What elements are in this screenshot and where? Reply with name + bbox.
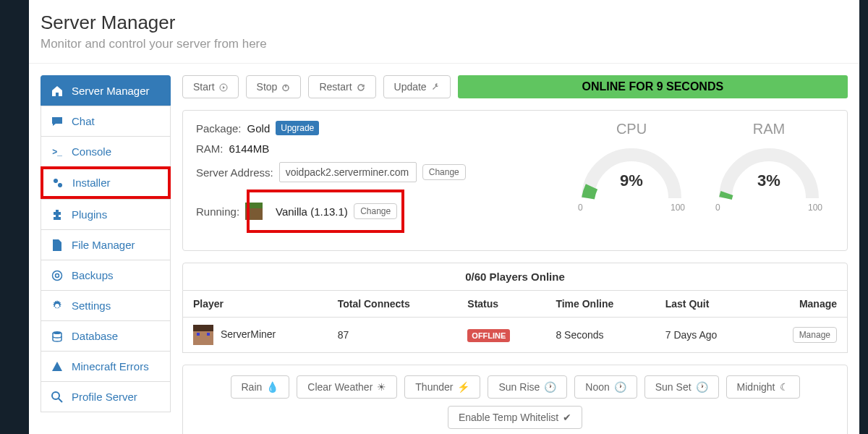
cpu-gauge-title: CPU (566, 121, 697, 137)
restart-label: Restart (319, 81, 352, 93)
player-connects: 87 (328, 318, 458, 353)
address-value[interactable]: voidpack2.serverminer.com (279, 162, 417, 182)
power-icon (281, 81, 290, 93)
plugins-icon (51, 209, 63, 221)
svg-point-4 (53, 331, 61, 334)
table-row: ServerMiner 87 OFFLINE 8 Seconds 7 Days … (183, 318, 848, 353)
start-label: Start (193, 81, 215, 93)
gauge-min: 0 (578, 203, 583, 213)
sidebar-item-minecraft-errors[interactable]: Minecraft Errors (41, 351, 171, 381)
database-icon (51, 331, 63, 342)
gauge-max: 100 (671, 203, 685, 213)
change-version-button[interactable]: Change (354, 203, 397, 219)
cmd-clear-weather[interactable]: Clear Weather ☀ (297, 375, 397, 399)
sidebar-item-label: Server Manager (72, 85, 150, 97)
upgrade-button[interactable]: Upgrade (276, 121, 319, 135)
sidebar-item-label: Settings (72, 299, 111, 312)
sidebar-item-installer[interactable]: Installer (41, 166, 171, 199)
ram-gauge-title: RAM (704, 121, 834, 137)
moon-icon: ☾ (780, 381, 789, 393)
home-icon (51, 85, 63, 97)
running-label: Running: (196, 205, 239, 218)
refresh-icon (357, 81, 365, 93)
sidebar-item-label: Chat (72, 115, 95, 127)
package-label: Package: (196, 122, 242, 135)
address-label: Server Address: (196, 166, 273, 179)
sidebar: Server Manager Chat >_ Console Installer… (41, 75, 171, 434)
cmd-midnight[interactable]: Midnight ☾ (726, 375, 800, 399)
sidebar-item-backups[interactable]: Backups (41, 260, 171, 290)
sidebar-item-label: Plugins (72, 208, 107, 221)
svg-point-2 (53, 271, 62, 280)
update-button[interactable]: Update (383, 75, 451, 98)
ram-label: RAM: (196, 142, 224, 155)
ram-gauge-value: 3% (704, 171, 834, 190)
svg-point-3 (56, 273, 59, 277)
sidebar-item-label: Installer (72, 176, 111, 189)
players-online-header: 0/60 Players Online (182, 263, 848, 291)
play-icon (219, 81, 228, 93)
chat-icon (51, 116, 63, 127)
sidebar-item-label: Minecraft Errors (72, 360, 149, 373)
stop-label: Stop (257, 81, 278, 93)
start-button[interactable]: Start (182, 75, 239, 98)
sidebar-item-chat[interactable]: Chat (41, 106, 171, 136)
col-connects: Total Connects (328, 291, 458, 318)
change-address-button[interactable]: Change (422, 164, 466, 180)
sidebar-item-server-manager[interactable]: Server Manager (41, 75, 171, 106)
cpu-gauge-value: 9% (566, 171, 697, 190)
server-status-bar: ONLINE FOR 9 SECONDS (458, 75, 848, 98)
page-subtitle: Monitor and control your server from her… (41, 37, 848, 51)
page-title: Server Manager (41, 12, 848, 34)
sidebar-item-file-manager[interactable]: File Manager (41, 229, 171, 260)
cmd-sunset[interactable]: Sun Set 🕐 (644, 375, 719, 399)
ram-value: 6144MB (229, 142, 270, 155)
stop-button[interactable]: Stop (246, 75, 302, 98)
sidebar-item-label: Backups (72, 269, 114, 281)
col-status: Status (457, 291, 545, 318)
cmd-sunrise[interactable]: Sun Rise 🕐 (488, 375, 567, 399)
clock-icon: 🕐 (696, 381, 708, 393)
cmd-rain[interactable]: Rain 💧 (231, 375, 290, 399)
wrench-icon (431, 81, 440, 93)
sidebar-item-plugins[interactable]: Plugins (41, 199, 171, 229)
warning-icon (51, 361, 63, 373)
file-icon (51, 239, 63, 251)
col-time-online: Time Online (545, 291, 655, 318)
gauge-max: 100 (808, 203, 822, 213)
restart-button[interactable]: Restart (308, 75, 375, 98)
console-icon: >_ (51, 146, 63, 158)
sidebar-item-profile-server[interactable]: Profile Server (41, 381, 171, 412)
clock-icon: 🕐 (614, 381, 626, 393)
sidebar-item-label: Database (72, 330, 118, 342)
cmd-noon[interactable]: Noon 🕐 (574, 375, 637, 399)
sidebar-item-label: Profile Server (72, 391, 137, 403)
player-avatar (193, 325, 213, 345)
sun-icon: ☀ (377, 381, 386, 393)
sidebar-item-label: File Manager (72, 239, 135, 251)
manage-player-button[interactable]: Manage (793, 327, 837, 343)
player-name: ServerMiner (221, 328, 276, 340)
cpu-gauge: CPU 9% 0100 (566, 121, 697, 240)
svg-point-5 (52, 392, 59, 399)
col-last-quit: Last Quit (655, 291, 757, 318)
running-value: Vanilla (1.13.1) (276, 205, 348, 218)
cmd-enable-whitelist[interactable]: Enable Temp Whitelist ✔ (448, 406, 582, 429)
gauge-min: 0 (715, 203, 720, 213)
player-last-quit: 7 Days Ago (655, 318, 757, 353)
players-table: Player Total Connects Status Time Online… (182, 291, 848, 353)
installer-icon (52, 177, 64, 189)
cmd-thunder[interactable]: Thunder ⚡ (404, 375, 480, 399)
status-badge-offline: OFFLINE (467, 329, 510, 342)
sidebar-item-console[interactable]: >_ Console (41, 136, 171, 166)
backups-icon (51, 270, 63, 281)
ram-gauge: RAM 3% 0100 (704, 121, 834, 240)
search-icon (51, 391, 63, 403)
check-icon: ✔ (563, 412, 571, 423)
gear-icon (51, 300, 63, 312)
sidebar-item-settings[interactable]: Settings (41, 290, 171, 320)
player-time-online: 8 Seconds (545, 318, 655, 353)
droplet-icon: 💧 (266, 381, 278, 393)
sidebar-item-label: Console (72, 145, 111, 158)
sidebar-item-database[interactable]: Database (41, 320, 171, 351)
